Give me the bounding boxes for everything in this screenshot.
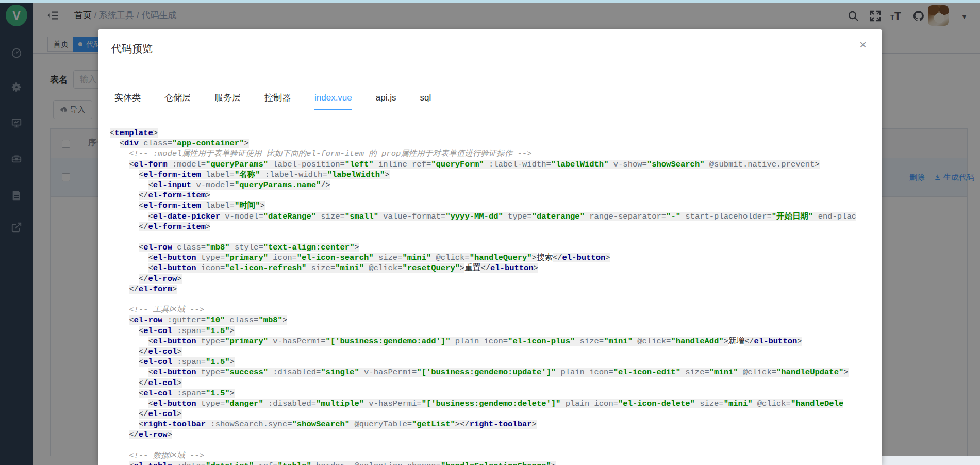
code-line: <el-input v-model="queryParams.name"/> xyxy=(110,180,882,190)
code-content[interactable]: <template> <div class="app-container"> <… xyxy=(98,109,882,465)
tab-sql[interactable]: sql xyxy=(420,87,431,109)
code-line: <el-table :data="dataList" ref="table" b… xyxy=(110,461,882,465)
code-line: <!-- 数据区域 --> xyxy=(110,451,882,461)
code-line: <el-form-item label="名称" :label-width="l… xyxy=(110,170,882,180)
code-line: <div class="app-container"> xyxy=(110,138,882,148)
tab-api.js[interactable]: api.js xyxy=(376,87,396,109)
code-tabs: 实体类仓储层服务层控制器index.vueapi.jssql xyxy=(98,87,882,109)
code-line: </el-col> xyxy=(110,409,882,419)
tab-index.vue[interactable]: index.vue xyxy=(314,87,352,110)
code-line: <el-button type="primary" v-hasPermi="['… xyxy=(110,336,882,346)
code-line: </el-row> xyxy=(110,429,882,440)
code-line: <!-- 工具区域 --> xyxy=(110,305,882,315)
close-icon[interactable]: × xyxy=(859,39,867,51)
code-preview-dialog: 代码预览 × 实体类仓储层服务层控制器index.vueapi.jssql <t… xyxy=(98,29,882,465)
code-line xyxy=(110,440,882,451)
tab-实体类[interactable]: 实体类 xyxy=(114,87,141,109)
code-line: <el-col :span="1.5"> xyxy=(110,388,882,398)
code-line: </el-col> xyxy=(110,346,882,357)
code-line xyxy=(110,232,882,242)
code-line: <el-form :model="queryParams" label-posi… xyxy=(110,159,882,170)
tab-服务层[interactable]: 服务层 xyxy=(214,87,241,109)
code-line: <el-button type="success" :disabled="sin… xyxy=(110,367,882,377)
code-line: <el-button type="primary" icon="el-icon-… xyxy=(110,253,882,263)
code-line: <el-form-item label="时间"> xyxy=(110,201,882,211)
dialog-title: 代码预览 xyxy=(111,42,153,56)
code-line: </el-col> xyxy=(110,378,882,388)
bottom-scrollbar-strip xyxy=(882,456,980,465)
code-line: <!-- :model属性用于表单验证使用 比如下面的el-form-item … xyxy=(110,148,882,159)
code-line: <el-date-picker v-model="dateRange" size… xyxy=(110,211,882,222)
code-line: <el-col :span="1.5"> xyxy=(110,326,882,336)
code-line: <el-button icon="el-icon-refresh" size="… xyxy=(110,263,882,273)
tab-控制器[interactable]: 控制器 xyxy=(264,87,291,109)
code-line: <el-col :span="1.5"> xyxy=(110,357,882,367)
code-line xyxy=(110,294,882,305)
code-line: </el-row> xyxy=(110,274,882,284)
code-line: <right-toolbar :showSearch.sync="showSea… xyxy=(110,419,882,429)
code-line: </el-form-item> xyxy=(110,222,882,232)
code-line: <el-row :gutter="10" class="mb8"> xyxy=(110,315,882,325)
code-line: <template> xyxy=(110,128,882,138)
code-line: </el-form-item> xyxy=(110,190,882,201)
tab-仓储层[interactable]: 仓储层 xyxy=(164,87,191,109)
code-line: <el-row class="mb8" style="text-align:ce… xyxy=(110,242,882,253)
browser-top-strip xyxy=(0,0,980,3)
code-line: <el-button type="danger" :disabled="mult… xyxy=(110,398,882,409)
code-line: </el-form> xyxy=(110,284,882,294)
